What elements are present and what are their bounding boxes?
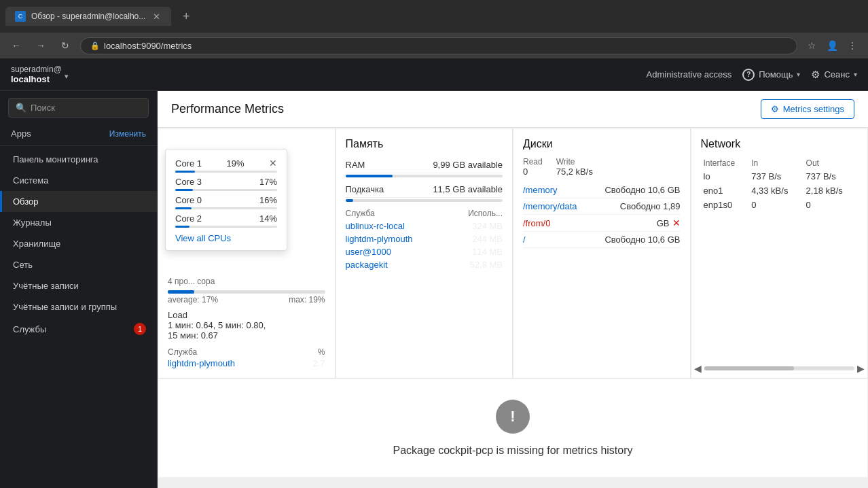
core-3-progress (175, 189, 277, 191)
disk-mount-link-from0[interactable]: /from/0 (523, 218, 550, 228)
mem-service-2: user@1000 114 MB (346, 245, 503, 258)
warning-section: ! Package cockpit-pcp is missing for met… (158, 379, 867, 477)
swap-bar (346, 199, 503, 202)
menu-button[interactable]: ⋮ (844, 37, 861, 54)
back-button[interactable]: ← (7, 36, 26, 55)
network-row-lo: lo 737 B/s 737 B/s (701, 169, 858, 184)
cpu-service-link-0[interactable]: lightdm-plymouth (168, 358, 235, 368)
network-table: Interface In Out lo 737 B/s 737 B/s (701, 157, 858, 212)
memory-service-header: Служба Исполь... (346, 207, 503, 220)
edit-link[interactable]: Изменить (109, 129, 146, 139)
apps-label: Apps (11, 128, 31, 139)
sidebar-item-network[interactable]: Сеть (0, 254, 157, 275)
disk-read-value: 0 (523, 167, 543, 177)
swap-bar-fill (346, 199, 354, 202)
net-out-eno1: 2,18 kB/s (803, 184, 858, 198)
cpu-service-val-0: 2.7 (312, 358, 325, 368)
disk-mount-free-0: Свободно 10,6 GB (604, 185, 680, 195)
search-placeholder: Поиск (31, 103, 55, 113)
core-0-label: Core 0 (175, 195, 202, 205)
tab-title: Обзор - superadmin@localho... (31, 12, 145, 21)
cpu-load-values2: 15 мин: 0.67 (168, 330, 325, 341)
sidebar-item-system[interactable]: Система (0, 170, 157, 191)
core-0-progress (175, 207, 277, 209)
refresh-button[interactable]: ↻ (56, 36, 75, 55)
swap-available: 11,5 GB available (433, 184, 503, 194)
sidebar-item-label-monitoring: Панель мониторинга (13, 154, 98, 164)
disk-error-icon[interactable]: ✕ (672, 217, 681, 228)
tab-favicon: C (15, 11, 26, 22)
cpu-core-1-row: Core 1 19% ✕ (175, 156, 277, 170)
user-info[interactable]: superadmin@ localhost ▾ (11, 65, 69, 85)
mem-service-3: packagekit 52,8 MB (346, 258, 503, 271)
sidebar: 🔍 Поиск Apps Изменить Панель мониторинга… (0, 91, 158, 488)
disk-card: Диски Read 0 Write 75,2 kB/s /memor (513, 128, 690, 378)
forward-button[interactable]: → (31, 36, 50, 55)
net-iface-enp1s0: enp1s0 (701, 198, 749, 212)
sidebar-item-accounts[interactable]: Учётные записи (0, 275, 157, 296)
cpu-avg: average: 17% (168, 295, 218, 304)
network-row-eno1: eno1 4,33 kB/s 2,18 kB/s (701, 184, 858, 198)
new-tab-button[interactable]: + (177, 7, 196, 26)
disk-mount-free-root: Свободно 10,6 GB (604, 234, 680, 245)
disk-mount-root: / Свободно 10,6 GB (523, 232, 681, 248)
mem-service-link-0[interactable]: ublinux-rc-local (346, 221, 405, 231)
help-button[interactable]: ? Помощь ▾ (742, 69, 800, 81)
main-content: Performance Metrics ⚙ Metrics settings C… (158, 91, 868, 488)
browser-tab[interactable]: C Обзор - superadmin@localho... ✕ (5, 7, 171, 26)
scroll-right-icon[interactable]: ▶ (857, 363, 865, 374)
net-out-lo: 737 B/s (803, 169, 858, 184)
mem-service-link-3[interactable]: packagekit (346, 260, 388, 270)
cpu-service-row-0: lightdm-plymouth 2.7 (168, 358, 325, 368)
extensions-button[interactable]: ☆ (803, 37, 820, 54)
processors-label: 4 про... сора (168, 277, 215, 286)
ram-bar-fill (346, 175, 393, 177)
metrics-settings-button[interactable]: ⚙ Metrics settings (761, 99, 854, 119)
help-icon: ? (742, 69, 755, 81)
sidebar-item-overview[interactable]: Обзор (0, 191, 157, 212)
sidebar-divider-1 (0, 145, 157, 146)
mem-service-link-1[interactable]: lightdm-plymouth (346, 234, 413, 244)
warning-icon: ! (496, 400, 530, 434)
tab-close-icon[interactable]: ✕ (151, 11, 162, 22)
metrics-settings-label: Metrics settings (783, 104, 844, 114)
session-dropdown-icon: ▾ (854, 71, 857, 78)
search-box[interactable]: 🔍 Поиск (8, 98, 149, 118)
url-text: localhost:9090/metrics (104, 41, 192, 51)
session-label: Сеанс (824, 69, 850, 80)
view-all-cpus-link[interactable]: View all CPUs (175, 233, 277, 243)
warning-message: Package cockpit-pcp is missing for metri… (179, 445, 847, 457)
sidebar-item-services[interactable]: Службы 1 (0, 317, 157, 341)
sidebar-item-label-storage: Хранилище (13, 239, 60, 249)
disk-mount-0: /memory Свободно 10,6 GB (523, 182, 681, 198)
scroll-left-icon[interactable]: ◀ (694, 363, 702, 374)
disk-title: Диски (523, 138, 681, 150)
mem-service-col: Служба (346, 209, 375, 218)
disk-mount-free-1-container: Свободно 1,89 (620, 201, 681, 211)
scroll-track[interactable] (704, 366, 855, 370)
disk-mount-link-1[interactable]: /memory/data (523, 201, 577, 211)
core-2-progress-bar (175, 226, 189, 228)
sidebar-item-logs[interactable]: Журналы (0, 212, 157, 233)
cpu-progress-bar-container (168, 290, 325, 294)
sidebar-item-label-accounts-groups: Учётные записи и группы (13, 302, 117, 312)
sidebar-item-monitoring[interactable]: Панель мониторинга (0, 149, 157, 170)
sidebar-item-accounts-groups[interactable]: Учётные записи и группы (0, 296, 157, 317)
sidebar-item-label-logs: Журналы (13, 217, 52, 228)
disk-mount-link-0[interactable]: /memory (523, 185, 558, 195)
popup-close-icon[interactable]: ✕ (269, 158, 277, 169)
cpu-load-label: Load (168, 310, 187, 320)
network-col-in: In (748, 157, 803, 169)
network-scroll-controls: ◀ ▶ (691, 363, 868, 374)
address-lock-icon: 🔒 (90, 41, 100, 50)
help-dropdown-icon: ▾ (797, 71, 800, 78)
profile-button[interactable]: 👤 (823, 37, 841, 54)
network-row-enp1s0: enp1s0 0 0 (701, 198, 858, 212)
sidebar-item-storage[interactable]: Хранилище (0, 233, 157, 254)
core-1-value: 19% (227, 158, 245, 169)
page-title: Performance Metrics (171, 102, 284, 116)
disk-mount-link-root[interactable]: / (523, 234, 526, 245)
session-button[interactable]: ⚙ Сеанс ▾ (811, 69, 857, 81)
address-bar[interactable]: 🔒 localhost:9090/metrics (80, 37, 797, 54)
mem-service-link-2[interactable]: user@1000 (346, 247, 391, 257)
